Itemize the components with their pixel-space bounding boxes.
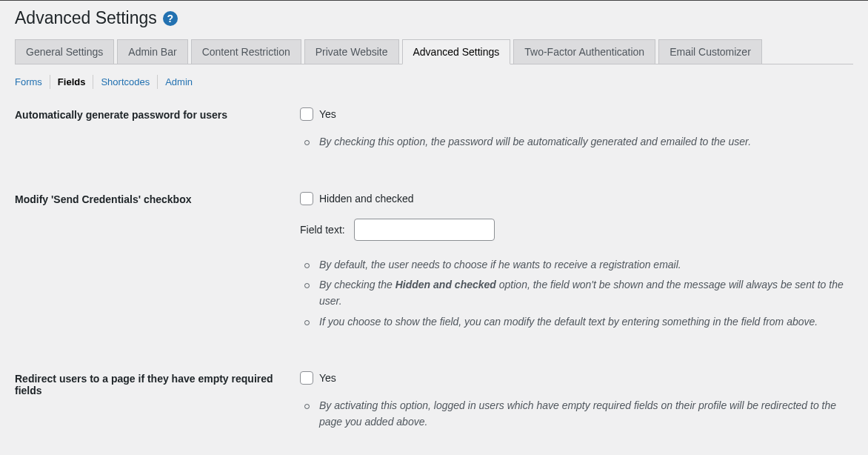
auto-password-desc: By checking this option, the password wi… bbox=[303, 134, 853, 150]
setting-label-send-credentials: Modify 'Send Credentials' checkbox bbox=[15, 192, 300, 205]
field-text-input[interactable] bbox=[354, 219, 495, 241]
setting-label-auto-password: Automatically generate password for user… bbox=[15, 107, 300, 121]
tab-content-restriction[interactable]: Content Restriction bbox=[191, 39, 301, 64]
subtab-forms[interactable]: Forms bbox=[15, 75, 50, 89]
field-text-label: Field text: bbox=[300, 224, 345, 236]
redirect-empty-checkbox-label: Yes bbox=[319, 372, 336, 384]
subtab-shortcodes[interactable]: Shortcodes bbox=[93, 75, 158, 89]
help-icon[interactable]: ? bbox=[163, 11, 178, 26]
auto-password-checkbox-label: Yes bbox=[319, 108, 336, 120]
subtab-admin[interactable]: Admin bbox=[158, 75, 200, 89]
sub-nav: Forms Fields Shortcodes Admin bbox=[15, 75, 853, 89]
send-credentials-desc-1: By default, the user needs to choose if … bbox=[303, 257, 853, 273]
tab-advanced-settings[interactable]: Advanced Settings bbox=[402, 39, 511, 64]
send-credentials-checkbox-label: Hidden and checked bbox=[319, 193, 414, 205]
send-credentials-desc-2: By checking the Hidden and checked optio… bbox=[303, 277, 853, 309]
send-credentials-checkbox[interactable] bbox=[300, 192, 313, 205]
tab-admin-bar[interactable]: Admin Bar bbox=[117, 39, 187, 64]
subtab-fields[interactable]: Fields bbox=[50, 75, 94, 89]
tab-email-customizer[interactable]: Email Customizer bbox=[658, 39, 762, 64]
tab-general-settings[interactable]: General Settings bbox=[15, 39, 114, 64]
redirect-empty-desc: By activating this option, logged in use… bbox=[303, 398, 853, 430]
send-credentials-desc-3: If you choose to show the field, you can… bbox=[303, 314, 853, 331]
redirect-empty-checkbox[interactable] bbox=[300, 371, 313, 385]
setting-label-redirect-empty: Redirect users to a page if they have em… bbox=[15, 371, 300, 396]
nav-tab-wrapper: General Settings Admin Bar Content Restr… bbox=[15, 39, 853, 64]
tab-private-website[interactable]: Private Website bbox=[304, 39, 399, 64]
auto-password-checkbox[interactable] bbox=[300, 107, 313, 121]
tab-two-factor-authentication[interactable]: Two-Factor Authentication bbox=[513, 39, 655, 64]
page-title: Advanced Settings bbox=[15, 8, 157, 28]
